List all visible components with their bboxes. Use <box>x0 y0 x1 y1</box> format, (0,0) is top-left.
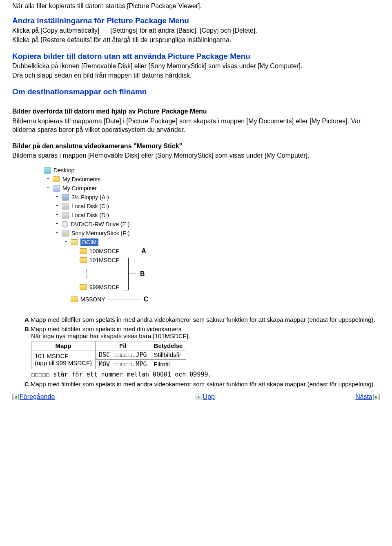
expand-icon[interactable] <box>55 195 59 199</box>
expand-icon[interactable] <box>55 204 59 208</box>
tree-desktop[interactable]: Desktop <box>37 166 380 175</box>
file-table: Mapp Fil Betydelse 101 MSDCF (upp till 9… <box>31 341 186 369</box>
collapse-icon[interactable] <box>46 186 50 190</box>
expand-icon[interactable] <box>55 222 59 226</box>
drive-icon <box>62 212 69 218</box>
settings-line-1a: Klicka på [Copy automatically] <box>12 27 99 34</box>
tree-dcim[interactable]: DCIM <box>37 238 380 247</box>
floppy-icon <box>62 194 69 201</box>
item-b: B Mapp med bildfiler som spelats in med … <box>24 325 380 378</box>
letter-c: C <box>144 296 149 303</box>
th-mapp: Mapp <box>31 341 96 350</box>
folder-open-icon <box>71 239 78 245</box>
tree-localc[interactable]: Local Disk (C:) <box>37 202 380 211</box>
td-mov: MOV ☐☐☐☐☐.MPG <box>96 359 150 369</box>
letter-b: B <box>140 270 145 278</box>
expand-icon[interactable] <box>55 213 59 217</box>
table-note: ☐☐☐☐☐ står för ett nummer mellan 00001 o… <box>31 371 380 378</box>
folder-icon <box>53 176 60 182</box>
nav-next-icon <box>373 394 380 400</box>
th-bet: Betydelse <box>150 341 186 350</box>
settings-line-2: Klicka på [Restore defaults] för att åte… <box>12 36 380 45</box>
memorystick-icon <box>62 230 69 236</box>
tree-mydocs[interactable]: My Documents <box>37 175 380 184</box>
tree-101msdcf[interactable]: 101MSDCF <box>37 256 380 265</box>
heading-copy: Kopiera bilder till datorn utan att anvä… <box>12 52 380 61</box>
intro-text: När alla filer kopierats till datorn sta… <box>12 2 380 11</box>
letter-a: A <box>141 247 146 255</box>
folder-tree: Desktop My Documents My Computer 3½ Flop… <box>37 166 380 304</box>
tree-floppy[interactable]: 3½ Floppy (A:) <box>37 193 380 202</box>
sub1-heading: Bilder överförda till datorn med hjälp a… <box>12 107 380 116</box>
tree-999msdcf[interactable]: 999MSDCF <box>37 283 380 292</box>
td-still: Stillbildsfil <box>150 350 186 359</box>
dvd-icon <box>62 221 68 227</box>
settings-line-1: Klicka på [Copy automatically] → [Settin… <box>12 26 380 35</box>
td-mapp: 101 MSDCF (upp till 999 MSDCF) <box>31 350 96 369</box>
collapse-icon[interactable] <box>55 231 59 235</box>
tree-100msdcf[interactable]: 100MSDCF A <box>37 247 380 256</box>
desktop-icon <box>44 167 51 174</box>
folder-icon <box>80 257 87 263</box>
heading-dest: Om destinationsmappar och filnamn <box>12 87 380 96</box>
sub2-body: Bilderna sparas i mappen [Removable Disk… <box>12 151 380 160</box>
tree-ellipsis: ⟮ <box>37 265 380 283</box>
folder-icon <box>80 248 87 254</box>
sub2-heading: Bilder på den anslutna videokamerans "Me… <box>12 142 380 151</box>
computer-icon <box>53 185 60 192</box>
th-fil: Fil <box>96 341 150 350</box>
tree-locald[interactable]: Local Disk (D:) <box>37 211 380 220</box>
expand-icon[interactable] <box>46 177 50 181</box>
tree-dvd[interactable]: DVD/CD-RW Drive (E:) <box>37 220 380 229</box>
nav-up[interactable]: Upp <box>196 393 215 401</box>
folder-icon <box>80 284 87 290</box>
tree-sony[interactable]: Sony MemoryStick (F:) <box>37 229 380 238</box>
nav-prev[interactable]: Föregående <box>12 393 55 401</box>
copy-line-1: Dubbelklicka på ikonen [Removable Disk] … <box>12 62 380 71</box>
copy-line-2: Dra och släpp sedan en bild från mappen … <box>12 71 380 80</box>
drive-icon <box>62 203 69 209</box>
item-b-sub: När inga nya mappar har skapats visas ba… <box>31 332 380 339</box>
tree-mssony[interactable]: MSSONY C <box>37 295 380 304</box>
td-film: Filmfil <box>150 359 186 369</box>
explanation-list: A Mapp med bildfiler som spelats in med … <box>24 316 380 388</box>
folder-icon <box>71 296 78 302</box>
settings-line-1b: [Settings] för att ändra [Basic], [Copy]… <box>110 27 257 34</box>
bottom-nav: Föregående Upp Nästa <box>12 393 380 401</box>
tree-mycomp[interactable]: My Computer <box>37 184 380 193</box>
item-c: C Mapp med filmfiler som spelats in med … <box>24 381 380 388</box>
nav-up-icon <box>196 394 202 400</box>
collapse-icon[interactable] <box>64 240 68 244</box>
nav-next[interactable]: Nästa <box>355 393 380 401</box>
dcim-label: DCIM <box>80 238 98 246</box>
nav-prev-icon <box>12 394 19 400</box>
arrow-icon: → <box>101 27 109 35</box>
item-a: A Mapp med bildfiler som spelats in med … <box>24 316 380 323</box>
heading-settings: Ändra inställningarna för Picture Packag… <box>12 16 380 25</box>
sub1-body: Bilderna kopieras till mapparna [Date] i… <box>12 117 380 134</box>
td-dsc: DSC ☐☐☐☐☐.JPG <box>96 350 150 359</box>
